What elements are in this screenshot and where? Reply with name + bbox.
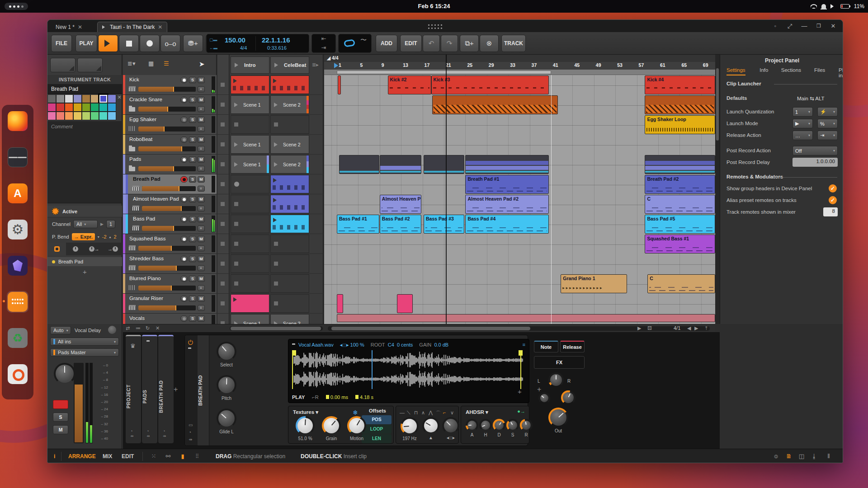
fx-button[interactable]: FX (534, 356, 585, 369)
bar-ruler[interactable]: 159131721252933374145495357616569 (324, 62, 715, 70)
record-arm-button[interactable] (53, 400, 68, 409)
redo-button[interactable]: ↷ (441, 35, 458, 52)
browser-file-icon[interactable]: 🗎 (785, 452, 793, 460)
mute-button[interactable]: M (198, 77, 205, 83)
env-output-icon[interactable]: ●→ (517, 408, 525, 414)
palette-close-icon[interactable]: ✕ (117, 94, 122, 100)
tab-new-project[interactable]: New 1 * ✕ (51, 22, 87, 32)
color-swatch[interactable] (90, 103, 99, 112)
clip-slot[interactable] (231, 115, 269, 134)
scroll-thumb[interactable] (331, 327, 530, 330)
play-menu-button[interactable]: PLAY (75, 35, 97, 52)
volume-bar[interactable] (142, 186, 196, 191)
mute-button[interactable]: M (198, 196, 205, 202)
loop-region[interactable] (337, 70, 551, 74)
volume-bar[interactable] (138, 127, 196, 131)
arranger-clip[interactable]: Bass Pad #2 (380, 215, 421, 234)
color-swatch[interactable] (108, 94, 116, 103)
checkbox-checked[interactable]: ✓ (829, 184, 837, 192)
loop-toggle-icon[interactable]: ↻ (146, 325, 150, 331)
clip-play-icon[interactable] (273, 218, 279, 222)
scroll-thumb[interactable] (231, 327, 321, 330)
record-arm-button[interactable] (180, 216, 188, 222)
filter-type-icon[interactable]: — (400, 410, 405, 415)
clip-play-icon[interactable] (273, 178, 279, 183)
link-icon[interactable]: ⚯ (164, 452, 172, 460)
solo-button[interactable]: S (189, 315, 196, 322)
filter-type-icon[interactable]: ⟍ (407, 410, 410, 416)
scroll-thumb[interactable] (716, 68, 719, 141)
mixer-view-icon[interactable]: ⫴ (825, 452, 833, 460)
solo-button[interactable]: S (189, 276, 196, 282)
fullscreen-icon[interactable]: ⤢ (786, 23, 794, 29)
solo-button[interactable]: S (189, 256, 196, 262)
track-row[interactable]: Squashed BassSM≡ (123, 234, 217, 254)
clip-slot[interactable] (270, 215, 309, 233)
clip-slot[interactable] (231, 75, 269, 94)
mode-edit[interactable]: EDIT (122, 453, 134, 460)
chevron-right-icon[interactable]: ▶ (100, 222, 104, 226)
zoom-in-icon[interactable]: ▶ (694, 325, 698, 331)
stop-slot[interactable] (217, 135, 229, 155)
dock-settings[interactable]: ⚙ (7, 219, 28, 240)
release-button[interactable]: Release (560, 341, 585, 352)
record-arm-button[interactable] (180, 97, 188, 103)
output-routing-selector[interactable] (77, 58, 103, 72)
R-knob[interactable]: R (516, 419, 536, 437)
track-row[interactable]: Almost Heaven PadSM≡ (123, 194, 217, 214)
mute-button[interactable]: M (198, 97, 205, 103)
clip-slot[interactable] (231, 215, 269, 233)
zoom-out-icon[interactable]: ◀ (687, 325, 691, 331)
color-swatch[interactable] (73, 112, 82, 120)
arranger-clip[interactable]: Bass Pad #3 (424, 215, 464, 234)
clip-play-icon[interactable] (234, 103, 240, 107)
Glide L-knob[interactable]: Glide L (213, 408, 240, 434)
arranger-clip[interactable]: Kick #2 (388, 75, 431, 94)
record-arm-button[interactable] (180, 236, 188, 242)
setting-select[interactable]: ⚡▾ (817, 107, 838, 117)
pbend-mode-button[interactable]: → Expr. (72, 233, 95, 240)
root-note[interactable]: C4 (388, 342, 394, 347)
punch-buttons[interactable]: ⇤⇥ (311, 34, 336, 53)
color-swatch[interactable] (56, 103, 65, 112)
color-swatch[interactable] (47, 112, 56, 120)
color-swatch[interactable] (73, 103, 82, 112)
mute-button[interactable]: M (198, 216, 205, 222)
color-swatch[interactable] (99, 103, 108, 112)
system-clock[interactable]: Feb 6 15:24 (0, 0, 868, 13)
stop-slot[interactable] (217, 115, 229, 135)
clip-slot[interactable] (231, 175, 269, 193)
arranger-clip[interactable] (338, 75, 341, 94)
tab-clock-out[interactable]: → (85, 243, 104, 255)
rack-tab-project[interactable]: ♛PROJECT◔⇸ (126, 335, 141, 443)
volume-bar[interactable] (138, 305, 196, 310)
track-row[interactable]: Granular RiserSM≡ (123, 294, 217, 314)
scene-menu-icon[interactable]: ≣▸ (312, 62, 319, 68)
clip-slot[interactable]: Scene 1 (231, 314, 269, 324)
arranger-clip[interactable]: Bass Pad #4 (465, 215, 549, 234)
Motion-knob[interactable]: Motion (344, 416, 370, 441)
clip-play-icon[interactable] (274, 162, 280, 167)
close-icon[interactable]: ✕ (78, 24, 82, 30)
knob-knob[interactable] (535, 392, 554, 404)
dock-trash[interactable]: ♻ (7, 327, 28, 349)
record-arm-button[interactable] (180, 77, 188, 83)
solo-button[interactable]: S (189, 216, 196, 222)
clip-slot[interactable] (270, 175, 309, 193)
post-record-action-select[interactable]: Off▾ (793, 146, 838, 155)
follow-playhead-icon[interactable]: ▶ (637, 325, 641, 331)
layer-icon[interactable]: ▭ (189, 422, 193, 427)
Out-knob[interactable]: Out (545, 408, 572, 433)
stop-slot[interactable] (217, 95, 229, 115)
volume-bar[interactable] (138, 146, 196, 151)
chevron-down-icon[interactable]: ▾ (98, 235, 99, 239)
rack-tab-breath-pad[interactable]: BREATH PAD◔⇸ (158, 335, 174, 443)
mute-button[interactable]: M (198, 236, 205, 242)
clip-play-icon[interactable] (274, 103, 280, 107)
volume-fader[interactable] (74, 363, 84, 443)
system-tray[interactable]: 11% (811, 0, 864, 13)
track-menu-icon[interactable]: ≡ (198, 285, 205, 291)
clip-slot[interactable] (231, 235, 269, 253)
arranger-clip[interactable]: C (647, 274, 715, 293)
clip-slot[interactable] (231, 294, 269, 313)
